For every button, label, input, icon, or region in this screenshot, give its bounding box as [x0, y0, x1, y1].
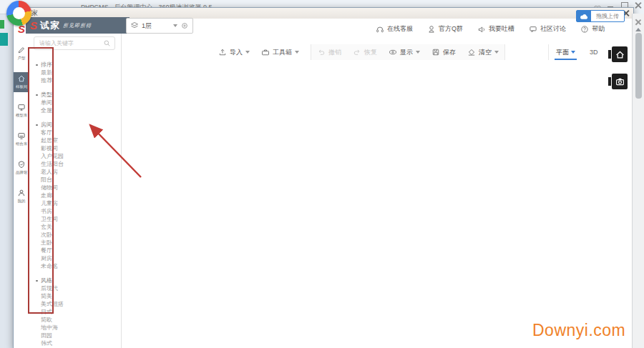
chevron-down-icon — [571, 51, 575, 54]
clear-button[interactable]: 清空 — [462, 45, 504, 59]
panel-item[interactable]: 卫生间 — [41, 215, 119, 223]
display-label: 显示 — [400, 48, 413, 57]
panel-item[interactable]: 走廊 — [41, 192, 119, 199]
tab-plan[interactable]: 平面 — [549, 44, 582, 60]
redo-label: 恢复 — [364, 48, 377, 57]
panel-item[interactable]: 影视间 — [41, 144, 119, 152]
import-label: 导入 — [230, 48, 243, 57]
panel-item[interactable]: 玄关 — [41, 223, 119, 231]
floor-selector[interactable]: 1层 — [126, 18, 193, 34]
display-button[interactable]: 显示 — [383, 45, 426, 59]
snapshot-button[interactable] — [612, 74, 628, 89]
floor-settings-icon[interactable] — [180, 21, 189, 30]
cloud-upload-icon — [577, 11, 591, 21]
panel-item[interactable]: 次卧 — [41, 231, 119, 239]
menu-item-qq-group[interactable]: 官方Q群 — [427, 24, 463, 34]
menu-item-feedback[interactable]: 我要吐槽 — [477, 24, 514, 34]
page-scrollbar[interactable] — [632, 14, 644, 348]
forum-icon — [529, 25, 537, 34]
home-icon — [615, 50, 625, 59]
close-icon[interactable] — [635, 19, 642, 26]
import-icon — [218, 48, 227, 56]
category-panel: 排序 最新 推荐 类型 单间 全屋 房间 客厅 起居室 影视间 入户花园 生活阳… — [29, 19, 122, 348]
save-button[interactable]: 保存 — [426, 45, 462, 59]
undo-button[interactable]: 撤销 — [311, 45, 347, 59]
layers-icon — [130, 21, 139, 30]
panel-item[interactable]: 韩式 — [41, 339, 119, 347]
search-box[interactable] — [34, 36, 115, 50]
sidebar-item-model-library[interactable]: 模型库 — [14, 101, 29, 121]
panel-item[interactable]: 儿童房 — [41, 199, 119, 207]
help-icon — [580, 25, 589, 34]
tab-3d[interactable]: 3D — [582, 44, 605, 60]
panel-item[interactable]: 全屋 — [41, 106, 119, 114]
panel-item[interactable]: 生活阳台 — [41, 160, 119, 168]
panel-item[interactable]: 厨房 — [41, 254, 119, 262]
user-icon — [17, 189, 26, 197]
sidebar-item-sample-rooms[interactable]: 样板间 — [14, 72, 29, 92]
panel-item[interactable]: 日式 — [41, 308, 119, 316]
sidebar-item-combo-library[interactable]: 组合库 — [14, 129, 29, 149]
chevron-down-icon — [416, 51, 420, 54]
sidebar-item-mine[interactable]: 我的 — [14, 187, 29, 207]
edge-widget — [0, 20, 4, 29]
import-button[interactable]: 导入 — [213, 45, 255, 59]
quick-buttons — [612, 46, 628, 101]
sidebar-item-house-type[interactable]: 户型 — [14, 44, 29, 64]
panel-item[interactable]: 单间 — [41, 99, 119, 106]
panel-item[interactable]: 最新 — [41, 69, 119, 76]
chevron-down-icon — [173, 24, 177, 27]
menu-item-forum[interactable]: 社区讨论 — [529, 24, 566, 34]
redo-button[interactable]: 恢复 — [347, 45, 383, 59]
panel-item[interactable]: 储物间 — [41, 184, 119, 192]
panel-item[interactable]: 美式混搭 — [41, 300, 119, 308]
search-icon[interactable] — [103, 39, 111, 47]
category-list: 排序 最新 推荐 类型 单间 全屋 房间 客厅 起居室 影视间 入户花园 生活阳… — [41, 61, 119, 348]
panel-item[interactable]: 简欧 — [41, 316, 119, 324]
panel-item[interactable]: 客厅 — [41, 129, 119, 136]
brand-icon — [17, 160, 26, 169]
edge-widget — [0, 33, 8, 46]
app-window: 试家 S 试家 所见即所得 1层 拖拽上传 — [13, 7, 634, 348]
panel-item[interactable]: 主卧 — [41, 239, 119, 247]
toolbox-button[interactable]: 工具箱 — [255, 45, 305, 59]
panel-item[interactable]: 未命名 — [41, 262, 119, 270]
menu-label: 官方Q群 — [439, 24, 463, 34]
panel-group-header: 类型 — [41, 91, 119, 99]
sidebar-item-label: 模型库 — [16, 112, 27, 118]
panel-item[interactable]: 地中海 — [41, 324, 119, 332]
panel-item[interactable]: 阳台 — [41, 176, 119, 184]
menu-item-service[interactable]: 在线客服 — [376, 24, 413, 34]
menu-label: 在线客服 — [387, 24, 413, 34]
drag-upload-button[interactable]: 拖拽上传 — [576, 10, 625, 22]
headset-icon — [376, 25, 384, 34]
home-icon — [17, 74, 26, 83]
scroll-up-arrow-icon[interactable] — [635, 28, 641, 31]
panel-item[interactable]: 后现代 — [41, 284, 119, 292]
panel-item[interactable]: 餐厅 — [41, 247, 119, 254]
panel-item[interactable]: 入户花园 — [41, 152, 119, 160]
panel-item[interactable]: 老人房 — [41, 168, 119, 176]
chevron-down-icon — [245, 51, 250, 54]
panel-item[interactable]: 书房 — [41, 207, 119, 215]
browser-logo-icon — [6, 1, 31, 26]
panel-item[interactable]: 推荐 — [41, 76, 119, 84]
home-view-button[interactable] — [612, 46, 628, 62]
qq-icon — [427, 25, 436, 34]
panel-item[interactable]: 简美 — [41, 292, 119, 300]
search-input[interactable] — [38, 39, 101, 47]
panel-item[interactable]: 田园 — [41, 332, 119, 339]
eye-icon — [389, 48, 397, 56]
sidebar-item-brand-hall[interactable]: 品牌馆 — [14, 158, 29, 178]
close-button[interactable] — [633, 1, 643, 9]
sidebar-item-label: 户型 — [18, 55, 26, 61]
menu-item-help[interactable]: 帮助 — [580, 24, 605, 34]
camera-icon — [615, 77, 625, 86]
scrollbar-thumb[interactable] — [635, 33, 642, 99]
panel-item[interactable]: 起居室 — [41, 136, 119, 144]
brand-logo: S 试家 所见即所得 — [26, 17, 130, 34]
feedback-icon — [477, 25, 486, 34]
brand-slogan: 所见即所得 — [63, 22, 92, 29]
menu-label: 社区讨论 — [540, 24, 566, 34]
panel-group-header: 排序 — [41, 61, 119, 69]
